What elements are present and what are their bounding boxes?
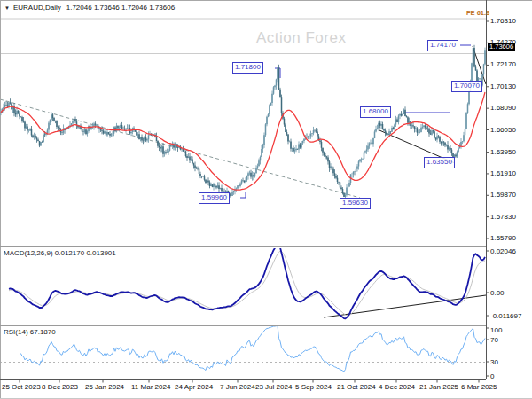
price-axis-label: 1.61910: [490, 169, 516, 177]
fib-extension-label: FE 61.8: [466, 9, 489, 17]
symbol-period-label: EURAUD,Daily: [13, 4, 61, 12]
price-axis-label: 1.66050: [490, 126, 516, 134]
price-axis-label: 1.57830: [490, 213, 516, 221]
chart-titlebar[interactable]: ▼EURAUD,Daily1.72046 1.73646 1.72046 1.7…: [4, 4, 175, 12]
date-axis-label: 25 Jan 2024: [85, 383, 124, 391]
price-level-label: 1.70070: [451, 81, 482, 92]
date-axis-label: 21 Jan 2025: [419, 383, 458, 391]
macd-axis-label: -0.011697: [490, 312, 521, 320]
instrument-dropdown-icon[interactable]: ▼: [4, 5, 10, 11]
date-axis-label: 7 Jun 2024: [220, 383, 255, 391]
price-axis-label: 1.72170: [490, 60, 516, 68]
price-axis-label: 1.68090: [490, 104, 516, 112]
date-axis-label: 6 Mar 2025: [461, 383, 497, 391]
price-level-label: 1.71800: [232, 62, 263, 74]
price-axis-label: 1.59870: [490, 191, 516, 199]
price-level-label: 1.74170: [427, 40, 458, 51]
rsi-axis-label: 30: [490, 358, 498, 366]
macd-axis-label: 0.00: [490, 289, 505, 297]
price-axis-label: 1.76310: [490, 17, 516, 25]
macd-panel-header: MACD(12,26,9) 0.012170 0.013901: [4, 249, 116, 257]
date-axis-label: 5 Sep 2024: [295, 383, 332, 391]
price-level-label: 1.68000: [360, 106, 391, 118]
rsi-axis-label: 0: [490, 372, 494, 380]
rsi-axis-label: 100: [490, 326, 502, 334]
price-axis-label: 1.74270: [490, 38, 516, 46]
macd-axis-label: 0.02046: [490, 247, 516, 255]
rsi-panel-header: RSI(14) 67.1870: [4, 328, 56, 336]
price-level-label: 1.59630: [340, 198, 371, 209]
date-axis-label: 25 Oct 2023: [2, 383, 41, 391]
date-axis-label: 11 Mar 2024: [131, 383, 170, 391]
ohlc-values: 1.72046 1.73646 1.72046 1.73606: [66, 4, 175, 12]
date-axis-label: 24 Apr 2024: [175, 383, 213, 391]
price-axis-label: 1.70130: [490, 82, 516, 90]
price-axis-label: 1.55790: [490, 234, 516, 242]
rsi-axis-label: 70: [490, 336, 498, 344]
price-level-label: 1.59960: [199, 192, 230, 204]
price-level-label: 1.63550: [424, 157, 455, 168]
date-axis-label: 8 Dec 2023: [42, 383, 78, 391]
price-axis-label: 1.63950: [490, 148, 516, 156]
watermark: Action Forex: [256, 29, 346, 47]
date-axis-label: 23 Jul 2024: [255, 383, 292, 391]
chart-canvas[interactable]: [0, 0, 532, 399]
date-axis-label: 4 Dec 2024: [379, 383, 415, 391]
chart-window: ▼EURAUD,Daily1.72046 1.73646 1.72046 1.7…: [0, 0, 532, 399]
date-axis-label: 21 Oct 2024: [337, 383, 376, 391]
